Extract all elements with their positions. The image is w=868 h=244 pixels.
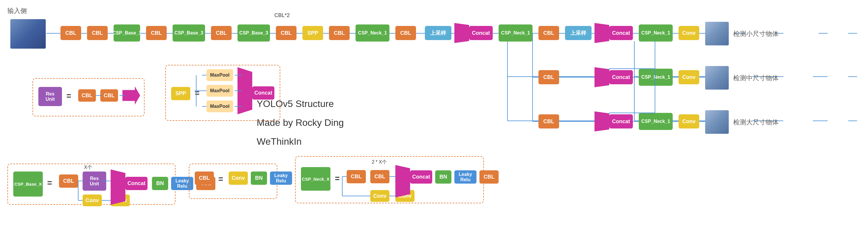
cspneckx-cbl-2: CBL <box>370 170 390 183</box>
upsample-1: 上采样 <box>425 26 452 40</box>
cbl-after-cspneck1: CBL <box>538 26 559 40</box>
detect-small-label: 检测小尺寸物体 <box>733 30 779 38</box>
concat-trap-large <box>594 111 609 132</box>
main-cbl-1: CBL <box>60 26 81 40</box>
concat-trap-2 <box>594 23 609 43</box>
concat-trap-1 <box>454 23 469 43</box>
upsample-2: 上采样 <box>565 26 592 40</box>
main-cbl-4: CBL <box>211 26 231 40</box>
cspneckx-concat: Concat <box>410 170 432 184</box>
cspneckx-cbl-3: CBL <box>479 170 499 184</box>
spp-equals: = <box>195 89 199 98</box>
cspneck-top-final: CSP_Neck_1 <box>639 25 673 41</box>
main-cbl-7: CBL <box>395 26 416 40</box>
cbl-equals: = <box>218 174 223 184</box>
res-unit-label-block: ResUnit <box>38 87 62 106</box>
cbl-medium-1: CBL <box>538 70 559 84</box>
spp-legend-label: SPP <box>171 87 190 100</box>
cspneckx-concat-trap <box>395 165 410 198</box>
cspbasex-cbl: CBL <box>59 174 78 188</box>
cbl2-label: CBL*2 <box>274 12 290 19</box>
res-cbl-2: CBL <box>100 89 118 102</box>
cspbasex-conv-top: Conv <box>83 195 102 206</box>
output-cube-large <box>705 110 729 134</box>
cspneckx-equals: = <box>335 174 340 183</box>
cspneckx-x2-label: 2 * X个 <box>372 159 387 165</box>
cbl-bn: BN <box>251 172 267 185</box>
cspneck-large: CSP_Neck_1 <box>639 113 673 130</box>
concat-2: Concat <box>609 26 633 40</box>
output-cube-small <box>705 22 729 45</box>
cspneck-medium: CSP_Neck_1 <box>639 69 673 86</box>
cbl-leaky: LeakyRelu <box>270 172 292 185</box>
cspbasex-resunit: ResUnit <box>83 172 106 191</box>
conv-large: Conv <box>679 114 699 129</box>
main-cbl-3: CBL <box>146 26 167 40</box>
concat-trap-medium <box>594 67 609 87</box>
main-cbl-2: CBL <box>87 26 108 40</box>
diagram-container: 输入侧 CBL CBL CSP_Base_1 CBL CSP_Base_3 CB… <box>0 0 868 244</box>
cspbasex-concat: Concat <box>125 177 148 190</box>
concat-1: Concat <box>469 26 493 40</box>
detect-large-label: 检测大尺寸物体 <box>733 118 779 127</box>
conv-medium: Conv <box>679 70 699 84</box>
main-cbl-6: CBL <box>329 26 350 40</box>
info-line3: WeThinkIn <box>257 132 344 151</box>
cspbasex-equals: = <box>47 178 52 188</box>
res-cbl-1: CBL <box>78 89 96 102</box>
cspneckx-cbl-1: CBL <box>347 170 366 183</box>
cspbasex-concat-trap <box>111 169 125 205</box>
maxpool-1: MaxPool <box>207 69 233 81</box>
detect-medium-label: 检测中尺寸物体 <box>733 74 779 82</box>
concat-medium: Concat <box>609 70 633 84</box>
main-cspneck1: CSP_Neck_1 <box>355 25 390 41</box>
cspneckx-conv-top: Conv <box>370 190 390 202</box>
cbl-large-1: CBL <box>538 114 559 129</box>
spp-concat: Concat <box>252 86 274 100</box>
cspbasex-label: CSP_Base_X <box>13 172 43 197</box>
main-cspbase1: CSP_Base_1 <box>114 25 140 41</box>
main-spp: SPP <box>302 26 323 40</box>
main-cspbase3-2: CSP_Base_3 <box>238 25 270 41</box>
maxpool-3: MaxPool <box>207 101 233 112</box>
cbl-conv: Conv <box>229 172 248 185</box>
input-label: 输入侧 <box>7 6 27 15</box>
cspneckx-bn: BN <box>435 170 452 184</box>
spp-concat-trap <box>238 67 252 114</box>
cspneckx-leaky: LeakyRelu <box>454 170 476 184</box>
res-unit-equals: = <box>66 91 71 101</box>
cspneck-after-concat1: CSP_Neck_1 <box>499 25 532 41</box>
concat-large: Concat <box>609 114 633 129</box>
main-cspbase3-1: CSP_Base_3 <box>173 25 205 41</box>
output-cube-medium <box>705 66 729 90</box>
cbl-legend-label: CBL <box>195 172 214 185</box>
main-cbl-5: CBL <box>276 26 297 40</box>
conv-top: Conv <box>679 26 699 40</box>
maxpool-2: MaxPool <box>207 85 233 97</box>
cspbasex-x-label: X个 <box>84 165 92 171</box>
cspbasex-bn: BN <box>152 177 168 190</box>
cspneckx-label: CSP_Neck_X <box>301 167 331 191</box>
input-cube <box>10 19 46 48</box>
